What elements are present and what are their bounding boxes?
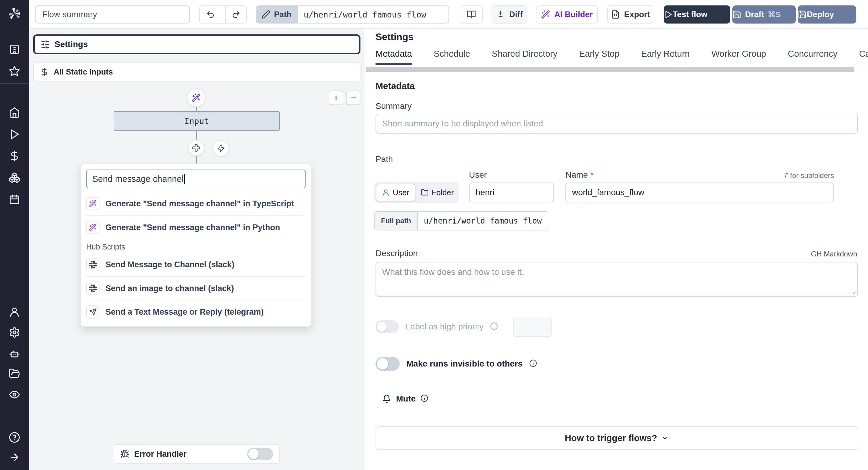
docs-button[interactable] bbox=[460, 5, 483, 24]
audit-eye-icon[interactable] bbox=[0, 388, 29, 401]
name-label-text: Name bbox=[565, 170, 588, 179]
input-node[interactable]: Input bbox=[114, 111, 280, 130]
zoom-out-button[interactable]: − bbox=[346, 90, 361, 105]
tab-cache[interactable]: Cache bbox=[859, 47, 868, 66]
flow-settings-label: Settings bbox=[55, 39, 88, 49]
expand-sidebar-arrow-icon[interactable] bbox=[0, 451, 29, 464]
tab-early-return[interactable]: Early Return bbox=[641, 47, 689, 66]
mute-label: Mute bbox=[396, 394, 415, 404]
subfolder-hint: '/' for subfolders bbox=[783, 171, 834, 180]
tab-shared-directory[interactable]: Shared Directory bbox=[492, 47, 558, 66]
draft-button[interactable]: Draft ⌘S bbox=[733, 5, 796, 24]
tab-schedule[interactable]: Schedule bbox=[434, 47, 470, 66]
play-icon bbox=[664, 10, 673, 19]
windmill-logo-icon bbox=[7, 7, 22, 22]
slack-icon bbox=[86, 282, 99, 295]
error-handler-toggle[interactable] bbox=[247, 448, 273, 460]
description-textarea[interactable] bbox=[375, 262, 858, 297]
tabs-scrollbar[interactable] bbox=[366, 67, 868, 72]
add-trigger-button[interactable] bbox=[213, 140, 229, 156]
settings-tabs: Metadata Schedule Shared Directory Early… bbox=[375, 47, 868, 66]
info-icon[interactable] bbox=[529, 359, 537, 368]
full-path-field: Full path u/henri/world_famous_flow bbox=[374, 211, 548, 231]
schedules-calendar-icon[interactable] bbox=[0, 193, 29, 206]
resize-grip-icon[interactable] bbox=[850, 289, 856, 295]
tab-worker-group[interactable]: Worker Group bbox=[711, 47, 766, 66]
ai-builder-button[interactable]: AI Builder bbox=[536, 5, 598, 24]
input-node-label: Input bbox=[184, 116, 209, 126]
path-button[interactable]: Path u/henri/world_famous_flow bbox=[256, 5, 449, 24]
runs-icon[interactable] bbox=[0, 127, 29, 141]
summary-label: Summary bbox=[375, 101, 412, 111]
error-handler-card[interactable]: Error Handler bbox=[114, 444, 280, 464]
hub-script-item[interactable]: Send Message to Channel (slack) bbox=[86, 253, 306, 276]
owner-folder-option[interactable]: Folder bbox=[415, 184, 459, 201]
home-icon[interactable] bbox=[0, 106, 29, 119]
static-inputs-card[interactable]: All Static Inputs bbox=[33, 62, 361, 82]
zoom-out-label: − bbox=[350, 92, 356, 104]
name-input[interactable] bbox=[565, 182, 834, 202]
description-label: Description bbox=[375, 248, 418, 258]
path-chip: Path bbox=[256, 5, 298, 24]
deploy-button[interactable]: Deploy bbox=[798, 5, 856, 24]
ai-flow-builder-node[interactable] bbox=[187, 88, 206, 107]
add-step-button[interactable] bbox=[188, 140, 204, 156]
tabs-scrollbar-thumb[interactable] bbox=[366, 67, 854, 72]
flow-settings-card[interactable]: Settings bbox=[33, 34, 361, 54]
path-value[interactable]: u/henri/world_famous_flow bbox=[298, 5, 449, 24]
tab-metadata[interactable]: Metadata bbox=[375, 47, 412, 66]
resources-boxes-icon[interactable] bbox=[0, 171, 29, 184]
variables-icon[interactable] bbox=[0, 149, 29, 163]
invisible-runs-label: Make runs invisible to others bbox=[406, 359, 523, 369]
user-icon[interactable] bbox=[0, 305, 29, 319]
workers-bot-icon[interactable] bbox=[0, 347, 29, 360]
send-icon bbox=[86, 305, 99, 319]
redo-button[interactable] bbox=[225, 6, 246, 23]
export-button[interactable]: Export bbox=[607, 5, 653, 24]
workspace-icon[interactable] bbox=[0, 43, 29, 56]
tab-early-stop[interactable]: Early Stop bbox=[579, 47, 619, 66]
how-to-trigger-flows-expander[interactable]: How to trigger flows? bbox=[375, 426, 858, 450]
generate-typescript-item[interactable]: Generate "Send message channel" in TypeS… bbox=[86, 192, 306, 215]
info-icon[interactable] bbox=[421, 394, 428, 403]
owner-user-label: User bbox=[393, 188, 409, 197]
favorites-star-icon[interactable] bbox=[0, 64, 29, 78]
high-priority-label: Label as high priority bbox=[406, 322, 484, 331]
user-input[interactable] bbox=[469, 182, 554, 202]
zoom-in-button[interactable]: + bbox=[329, 90, 343, 105]
help-icon[interactable] bbox=[0, 431, 29, 444]
priority-value-input[interactable] bbox=[513, 317, 552, 337]
high-priority-toggle[interactable] bbox=[375, 320, 399, 333]
full-path-value[interactable]: u/henri/world_famous_flow bbox=[418, 212, 548, 230]
sliders-icon bbox=[41, 40, 50, 49]
tab-concurrency[interactable]: Concurrency bbox=[788, 47, 837, 66]
test-flow-label: Test flow bbox=[673, 10, 707, 19]
folder-icon bbox=[421, 188, 429, 196]
settings-gear-icon[interactable] bbox=[0, 326, 29, 339]
folders-icon[interactable] bbox=[0, 367, 29, 380]
test-flow-button[interactable]: Test flow bbox=[664, 5, 730, 24]
info-icon[interactable] bbox=[490, 322, 498, 331]
generate-python-item[interactable]: Generate "Send message channel" in Pytho… bbox=[86, 215, 306, 239]
sidebar bbox=[0, 0, 29, 470]
pencil-icon bbox=[261, 10, 270, 19]
hub-script-item[interactable]: Send a Text Message or Reply (telegram) bbox=[86, 300, 306, 323]
diff-button[interactable]: Diff bbox=[492, 5, 527, 24]
high-priority-row: Label as high priority bbox=[375, 317, 552, 337]
wand-sparkles-icon bbox=[192, 93, 201, 102]
flow-editor-panel: Settings All Static Inputs Input + − Sen… bbox=[29, 29, 365, 470]
text-cursor bbox=[184, 174, 185, 184]
save-icon bbox=[798, 10, 807, 19]
hub-script-item[interactable]: Send an image to channel (slack) bbox=[86, 276, 306, 300]
markdown-hint: GH Markdown bbox=[811, 250, 857, 258]
windmill-logo[interactable] bbox=[0, 5, 29, 24]
summary-input[interactable] bbox=[375, 114, 858, 134]
draft-label: Draft bbox=[745, 10, 764, 19]
hub-script-label: Send an image to channel (slack) bbox=[105, 284, 234, 293]
settings-title: Settings bbox=[375, 31, 413, 42]
undo-button[interactable] bbox=[200, 6, 221, 23]
step-search-input[interactable]: Send message channel bbox=[86, 170, 306, 188]
owner-user-option[interactable]: User bbox=[376, 184, 415, 201]
flow-summary-input[interactable] bbox=[35, 5, 190, 24]
invisible-runs-toggle[interactable] bbox=[375, 357, 400, 371]
